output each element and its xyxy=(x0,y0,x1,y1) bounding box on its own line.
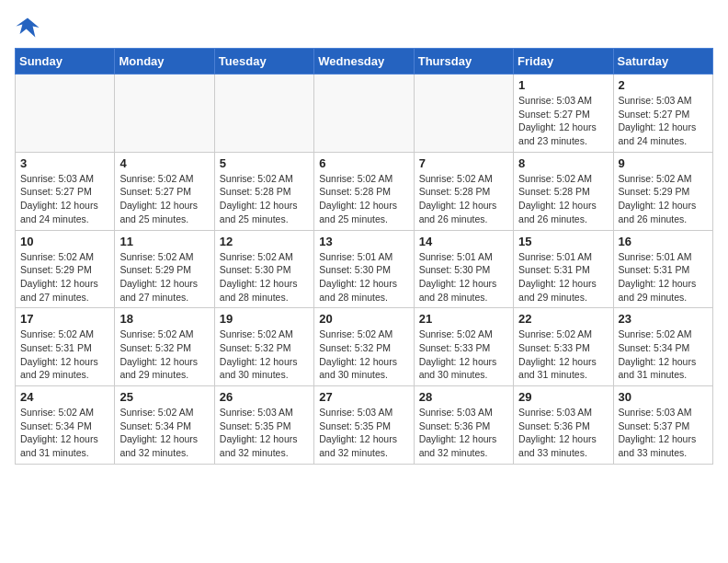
day-info: Sunrise: 5:01 AM Sunset: 5:31 PM Dayligh… xyxy=(619,250,708,304)
calendar-cell: 6Sunrise: 5:02 AM Sunset: 5:28 PM Daylig… xyxy=(314,152,414,230)
day-number: 7 xyxy=(419,156,508,170)
day-info: Sunrise: 5:03 AM Sunset: 5:36 PM Dayligh… xyxy=(518,406,608,460)
header-friday: Friday xyxy=(514,49,613,75)
calendar-table: SundayMondayTuesdayWednesdayThursdayFrid… xyxy=(15,48,713,465)
calendar-cell: 22Sunrise: 5:02 AM Sunset: 5:33 PM Dayli… xyxy=(514,308,613,386)
calendar-cell: 11Sunrise: 5:02 AM Sunset: 5:29 PM Dayli… xyxy=(115,230,214,308)
day-number: 19 xyxy=(220,312,309,326)
logo-bird-icon xyxy=(15,15,40,40)
day-number: 5 xyxy=(220,156,309,170)
day-info: Sunrise: 5:03 AM Sunset: 5:37 PM Dayligh… xyxy=(619,406,708,460)
day-number: 9 xyxy=(619,156,708,170)
calendar-cell xyxy=(214,75,313,153)
day-info: Sunrise: 5:02 AM Sunset: 5:30 PM Dayligh… xyxy=(220,250,309,304)
day-number: 13 xyxy=(319,235,408,248)
day-number: 27 xyxy=(319,390,408,404)
day-info: Sunrise: 5:02 AM Sunset: 5:34 PM Dayligh… xyxy=(619,327,708,382)
day-info: Sunrise: 5:02 AM Sunset: 5:28 PM Dayligh… xyxy=(220,172,309,226)
day-info: Sunrise: 5:02 AM Sunset: 5:32 PM Dayligh… xyxy=(119,327,209,382)
day-info: Sunrise: 5:02 AM Sunset: 5:34 PM Dayligh… xyxy=(119,406,209,460)
day-number: 18 xyxy=(119,312,209,326)
day-info: Sunrise: 5:03 AM Sunset: 5:27 PM Dayligh… xyxy=(619,94,708,148)
day-number: 17 xyxy=(20,312,109,326)
day-info: Sunrise: 5:03 AM Sunset: 5:36 PM Dayligh… xyxy=(419,406,508,460)
day-number: 23 xyxy=(619,312,708,326)
day-number: 6 xyxy=(319,156,408,170)
calendar-cell: 9Sunrise: 5:02 AM Sunset: 5:29 PM Daylig… xyxy=(613,152,712,230)
day-number: 26 xyxy=(220,390,309,404)
day-number: 15 xyxy=(518,235,608,248)
calendar-cell: 16Sunrise: 5:01 AM Sunset: 5:31 PM Dayli… xyxy=(613,230,712,308)
calendar-cell: 2Sunrise: 5:03 AM Sunset: 5:27 PM Daylig… xyxy=(613,75,712,153)
day-info: Sunrise: 5:02 AM Sunset: 5:34 PM Dayligh… xyxy=(20,406,109,460)
day-info: Sunrise: 5:01 AM Sunset: 5:31 PM Dayligh… xyxy=(518,250,608,304)
day-info: Sunrise: 5:02 AM Sunset: 5:32 PM Dayligh… xyxy=(220,327,309,382)
calendar-cell: 14Sunrise: 5:01 AM Sunset: 5:30 PM Dayli… xyxy=(414,230,513,308)
day-info: Sunrise: 5:02 AM Sunset: 5:29 PM Dayligh… xyxy=(20,250,109,304)
header-sunday: Sunday xyxy=(16,49,115,75)
calendar-header-row: SundayMondayTuesdayWednesdayThursdayFrid… xyxy=(16,49,713,75)
calendar-cell xyxy=(16,75,115,153)
calendar-cell: 29Sunrise: 5:03 AM Sunset: 5:36 PM Dayli… xyxy=(514,386,613,465)
day-number: 3 xyxy=(20,156,109,170)
day-number: 14 xyxy=(419,235,508,248)
header-saturday: Saturday xyxy=(613,49,712,75)
calendar-week-5: 24Sunrise: 5:02 AM Sunset: 5:34 PM Dayli… xyxy=(16,386,713,465)
header-tuesday: Tuesday xyxy=(214,49,313,75)
day-number: 24 xyxy=(20,390,109,404)
calendar-week-2: 3Sunrise: 5:03 AM Sunset: 5:27 PM Daylig… xyxy=(16,152,713,230)
calendar-cell: 23Sunrise: 5:02 AM Sunset: 5:34 PM Dayli… xyxy=(613,308,712,386)
calendar-cell: 19Sunrise: 5:02 AM Sunset: 5:32 PM Dayli… xyxy=(214,308,313,386)
header-wednesday: Wednesday xyxy=(314,49,414,75)
logo xyxy=(15,15,44,40)
day-number: 2 xyxy=(619,78,708,92)
calendar-cell: 5Sunrise: 5:02 AM Sunset: 5:28 PM Daylig… xyxy=(214,152,313,230)
day-number: 28 xyxy=(419,390,508,404)
calendar-cell: 24Sunrise: 5:02 AM Sunset: 5:34 PM Dayli… xyxy=(16,386,115,465)
calendar-week-1: 1Sunrise: 5:03 AM Sunset: 5:27 PM Daylig… xyxy=(16,75,713,153)
calendar-cell: 21Sunrise: 5:02 AM Sunset: 5:33 PM Dayli… xyxy=(414,308,513,386)
page-header xyxy=(15,15,713,40)
calendar-cell: 26Sunrise: 5:03 AM Sunset: 5:35 PM Dayli… xyxy=(214,386,313,465)
calendar-cell: 18Sunrise: 5:02 AM Sunset: 5:32 PM Dayli… xyxy=(115,308,214,386)
day-info: Sunrise: 5:02 AM Sunset: 5:28 PM Dayligh… xyxy=(319,172,408,226)
day-info: Sunrise: 5:01 AM Sunset: 5:30 PM Dayligh… xyxy=(419,250,508,304)
day-number: 29 xyxy=(518,390,608,404)
day-info: Sunrise: 5:03 AM Sunset: 5:27 PM Dayligh… xyxy=(20,172,109,226)
calendar-cell: 15Sunrise: 5:01 AM Sunset: 5:31 PM Dayli… xyxy=(514,230,613,308)
day-info: Sunrise: 5:02 AM Sunset: 5:33 PM Dayligh… xyxy=(518,327,608,382)
calendar-cell: 17Sunrise: 5:02 AM Sunset: 5:31 PM Dayli… xyxy=(16,308,115,386)
calendar-week-4: 17Sunrise: 5:02 AM Sunset: 5:31 PM Dayli… xyxy=(16,308,713,386)
day-number: 25 xyxy=(119,390,209,404)
day-number: 4 xyxy=(119,156,209,170)
day-info: Sunrise: 5:03 AM Sunset: 5:27 PM Dayligh… xyxy=(518,94,608,148)
day-info: Sunrise: 5:02 AM Sunset: 5:27 PM Dayligh… xyxy=(119,172,209,226)
calendar-cell: 25Sunrise: 5:02 AM Sunset: 5:34 PM Dayli… xyxy=(115,386,214,465)
day-number: 10 xyxy=(20,235,109,248)
calendar-cell: 13Sunrise: 5:01 AM Sunset: 5:30 PM Dayli… xyxy=(314,230,414,308)
day-info: Sunrise: 5:02 AM Sunset: 5:32 PM Dayligh… xyxy=(319,327,408,382)
header-monday: Monday xyxy=(115,49,214,75)
day-number: 22 xyxy=(518,312,608,326)
calendar-cell xyxy=(414,75,513,153)
calendar-week-3: 10Sunrise: 5:02 AM Sunset: 5:29 PM Dayli… xyxy=(16,230,713,308)
day-info: Sunrise: 5:03 AM Sunset: 5:35 PM Dayligh… xyxy=(220,406,309,460)
day-info: Sunrise: 5:02 AM Sunset: 5:31 PM Dayligh… xyxy=(20,327,109,382)
day-info: Sunrise: 5:02 AM Sunset: 5:33 PM Dayligh… xyxy=(419,327,508,382)
calendar-cell xyxy=(314,75,414,153)
day-info: Sunrise: 5:02 AM Sunset: 5:28 PM Dayligh… xyxy=(419,172,508,226)
calendar-cell: 12Sunrise: 5:02 AM Sunset: 5:30 PM Dayli… xyxy=(214,230,313,308)
calendar-cell xyxy=(115,75,214,153)
day-number: 16 xyxy=(619,235,708,248)
day-number: 1 xyxy=(518,78,608,92)
calendar-cell: 1Sunrise: 5:03 AM Sunset: 5:27 PM Daylig… xyxy=(514,75,613,153)
day-number: 11 xyxy=(119,235,209,248)
header-thursday: Thursday xyxy=(414,49,513,75)
day-number: 8 xyxy=(518,156,608,170)
calendar-cell: 20Sunrise: 5:02 AM Sunset: 5:32 PM Dayli… xyxy=(314,308,414,386)
day-info: Sunrise: 5:01 AM Sunset: 5:30 PM Dayligh… xyxy=(319,250,408,304)
day-info: Sunrise: 5:02 AM Sunset: 5:29 PM Dayligh… xyxy=(619,172,708,226)
calendar-cell: 7Sunrise: 5:02 AM Sunset: 5:28 PM Daylig… xyxy=(414,152,513,230)
calendar-cell: 4Sunrise: 5:02 AM Sunset: 5:27 PM Daylig… xyxy=(115,152,214,230)
calendar-cell: 27Sunrise: 5:03 AM Sunset: 5:35 PM Dayli… xyxy=(314,386,414,465)
